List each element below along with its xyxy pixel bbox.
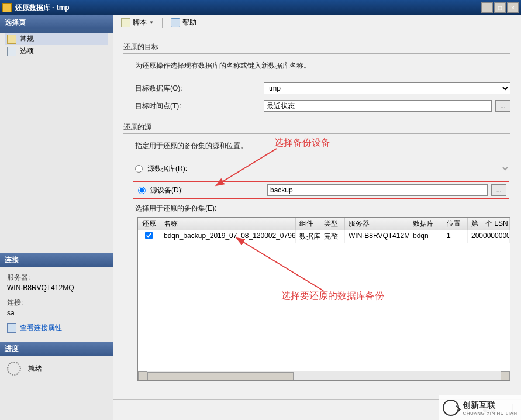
table-row[interactable]: bdqn_backup_2019_07_08_120002_0796909 数据… xyxy=(138,230,510,243)
col-name[interactable]: 名称 xyxy=(160,218,296,230)
app-icon xyxy=(2,3,12,12)
row-restore-checkbox[interactable] xyxy=(145,232,153,239)
source-hint: 指定用于还原的备份集的源和位置。 xyxy=(135,141,510,151)
server-value: WIN-B8RVQT412MQ xyxy=(7,284,119,292)
source-device-input[interactable] xyxy=(267,184,488,196)
progress-status: 就绪 xyxy=(28,364,42,374)
view-connection-props-link[interactable]: 查看连接属性 xyxy=(7,323,119,333)
progress-header: 进度 xyxy=(0,342,126,356)
toolbar-separator xyxy=(162,18,163,28)
script-icon xyxy=(121,18,130,27)
target-time-input[interactable] xyxy=(264,100,492,112)
properties-icon xyxy=(7,323,16,333)
cell-name: bdqn_backup_2019_07_08_120002_0796909 xyxy=(160,230,296,243)
target-time-browse-button[interactable]: ... xyxy=(495,100,510,112)
sidebar-progress: 进度 就绪 xyxy=(0,342,126,381)
target-hint: 为还原操作选择现有数据库的名称或键入新数据库名称。 xyxy=(135,61,510,71)
col-component[interactable]: 组件 xyxy=(296,218,320,230)
cell-server: WIN-B8RVQT412MQ xyxy=(345,230,409,243)
chevron-down-icon: ▼ xyxy=(149,20,154,25)
source-database-radio[interactable] xyxy=(135,165,143,173)
page-icon xyxy=(7,35,16,44)
source-database-select xyxy=(268,163,510,174)
source-device-radio[interactable] xyxy=(138,187,146,194)
col-position[interactable]: 位置 xyxy=(443,218,468,230)
content-toolbar: 脚本 ▼ 帮助 xyxy=(113,15,521,30)
target-group-title: 还原的目标 xyxy=(123,42,510,52)
titlebar: 还原数据库 - tmp _ □ × xyxy=(0,0,521,15)
sidebar: 选择页 常规 选项 连接 服务器: WIN-B8RVQT412MQ 连接: sa… xyxy=(0,15,113,420)
logo-icon xyxy=(443,400,459,416)
col-server[interactable]: 服务器 xyxy=(345,218,409,230)
target-time-label: 目标时间点(T): xyxy=(135,101,264,111)
scroll-right-button[interactable] xyxy=(501,371,510,381)
col-restore[interactable]: 还原 xyxy=(138,218,160,230)
watermark-logo: 创新互联 CHUANG XIN HU LIAN xyxy=(439,395,521,420)
horizontal-scrollbar[interactable] xyxy=(138,371,510,380)
col-database[interactable]: 数据库 xyxy=(409,218,443,230)
sidebar-item-label: 常规 xyxy=(20,34,34,44)
connection-header: 连接 xyxy=(0,253,126,267)
source-device-highlight: 源设备(D): ... xyxy=(133,181,509,199)
progress-spinner-icon xyxy=(7,362,21,376)
window-title: 还原数据库 - tmp xyxy=(15,3,481,13)
backup-set-grid[interactable]: 还原 名称 组件 类型 服务器 数据库 位置 第一个 LSN bdqn_back… xyxy=(137,217,510,381)
cell-component: 数据库 xyxy=(296,230,320,243)
sidebar-item-options[interactable]: 选项 xyxy=(5,45,108,57)
conn-value: sa xyxy=(7,309,119,317)
scroll-left-button[interactable] xyxy=(138,371,147,381)
help-button[interactable]: 帮助 xyxy=(167,16,200,29)
sidebar-item-label: 选项 xyxy=(20,46,34,56)
cell-position: 1 xyxy=(443,230,468,243)
content-panel: 脚本 ▼ 帮助 还原的目标 为还原操作选择现有数据库的名称或键入新数据库名称。 … xyxy=(113,15,521,420)
target-db-select[interactable]: tmp xyxy=(264,82,510,94)
maximize-button[interactable]: □ xyxy=(494,2,506,13)
target-db-label: 目标数据库(O): xyxy=(135,84,264,94)
source-device-label: 源设备(D): xyxy=(150,185,267,195)
source-device-browse-button[interactable]: ... xyxy=(491,184,506,196)
conn-label: 连接: xyxy=(7,298,119,308)
server-label: 服务器: xyxy=(7,273,119,283)
scroll-thumb[interactable] xyxy=(147,372,294,380)
col-first-lsn[interactable]: 第一个 LSN xyxy=(468,218,510,230)
sidebar-item-general[interactable]: 常规 xyxy=(5,33,108,45)
cell-type: 完整 xyxy=(320,230,345,243)
backup-set-label: 选择用于还原的备份集(E): xyxy=(135,204,510,214)
col-type[interactable]: 类型 xyxy=(320,218,345,230)
page-icon xyxy=(7,47,16,56)
close-button[interactable]: × xyxy=(507,2,519,13)
source-database-label: 源数据库(R): xyxy=(147,164,268,174)
cell-first-lsn: 20000000004 xyxy=(468,230,510,243)
script-button[interactable]: 脚本 ▼ xyxy=(118,16,157,29)
sidebar-connection: 连接 服务器: WIN-B8RVQT412MQ 连接: sa 查看连接属性 xyxy=(0,253,126,339)
help-icon xyxy=(171,18,180,27)
minimize-button[interactable]: _ xyxy=(481,2,493,13)
cell-database: bdqn xyxy=(409,230,443,243)
source-group-title: 还原的源 xyxy=(123,122,510,132)
grid-header: 还原 名称 组件 类型 服务器 数据库 位置 第一个 LSN xyxy=(138,218,510,230)
sidebar-header: 选择页 xyxy=(0,15,113,29)
